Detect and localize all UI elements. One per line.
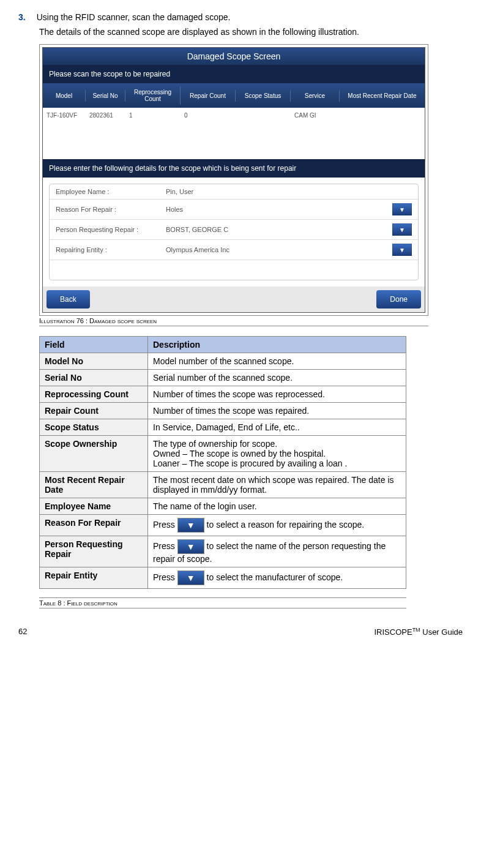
- field-cell: Repair Count: [40, 403, 148, 419]
- th-desc: Description: [148, 337, 406, 353]
- col-service: Service: [291, 90, 340, 102]
- col-reproc: Reprocessing Count: [125, 86, 181, 105]
- th-field: Field: [40, 337, 148, 353]
- field-cell: Employee Name: [40, 498, 148, 515]
- reason-value: Holes: [166, 206, 392, 213]
- desc-cell: The most recent date on which scope was …: [148, 472, 406, 498]
- table-caption: Table 8 : Field description: [39, 597, 406, 608]
- entity-dropdown-icon[interactable]: ▼: [392, 244, 412, 256]
- form-row-reason: Reason For Repair : Holes ▼: [50, 200, 418, 220]
- desc-cell: In Service, Damaged, End of Life, etc..: [148, 419, 406, 436]
- desc-cell: Number of times the scope was reprocesse…: [148, 386, 406, 403]
- cell-serial: 2802361: [86, 110, 125, 121]
- dropdown-icon: ▼: [177, 539, 204, 554]
- step-number: 3.: [18, 12, 26, 22]
- page-number: 62: [18, 627, 27, 637]
- employee-label: Employee Name :: [56, 188, 166, 195]
- field-cell: Reprocessing Count: [40, 386, 148, 403]
- entity-value: Olympus America Inc: [166, 246, 392, 253]
- footer-brand: IRISCOPETM User Guide: [375, 627, 463, 637]
- desc-cell: Press ▼ to select a reason for repairing…: [148, 515, 406, 536]
- cell-recent: [340, 113, 425, 118]
- col-serial: Serial No: [86, 90, 125, 102]
- form-row-person: Person Requesting Repair : BORST, GEORGE…: [50, 220, 418, 240]
- col-recent: Most Recent Repair Date: [340, 90, 425, 102]
- reason-label: Reason For Repair :: [56, 206, 166, 213]
- scope-table-header: Model Serial No Reprocessing Count Repai…: [43, 83, 425, 108]
- col-repair: Repair Count: [181, 90, 236, 102]
- cell-model: TJF-160VF: [43, 110, 86, 121]
- field-cell: Serial No: [40, 370, 148, 386]
- cell-service: CAM GI: [291, 110, 340, 121]
- desc-cell: Press ▼ to select the manufacturer of sc…: [148, 567, 406, 589]
- desc-cell: The type of ownership for scope.Owned – …: [148, 436, 406, 472]
- field-cell: Reason For Repair: [40, 515, 148, 536]
- col-status: Scope Status: [236, 90, 291, 102]
- field-cell: Model No: [40, 353, 148, 370]
- field-cell: Person Requesting Repair: [40, 536, 148, 567]
- dropdown-icon: ▼: [177, 518, 204, 533]
- screenshot-illustration: Damaged Scope Screen Please scan the sco…: [39, 44, 428, 316]
- cell-repair: 0: [181, 110, 236, 121]
- reason-dropdown-icon[interactable]: ▼: [392, 203, 412, 215]
- app-title-bar: Damaged Scope Screen: [43, 48, 425, 65]
- person-dropdown-icon[interactable]: ▼: [392, 223, 412, 236]
- form-prompt: Please enter the following details for t…: [43, 159, 425, 178]
- dropdown-icon: ▼: [177, 571, 204, 585]
- person-label: Person Requesting Repair :: [56, 226, 166, 233]
- step-description: The details of the scanned scope are dis…: [39, 27, 463, 37]
- desc-cell: Number of times the scope was repaired.: [148, 403, 406, 419]
- field-description-table: Field Description Model NoModel number o…: [39, 336, 406, 589]
- cell-reproc: 1: [125, 110, 181, 121]
- back-button[interactable]: Back: [47, 290, 90, 309]
- cell-status: [236, 113, 291, 118]
- field-cell: Most Recent Repair Date: [40, 472, 148, 498]
- field-cell: Scope Ownership: [40, 436, 148, 472]
- scope-data-row: TJF-160VF 2802361 1 0 CAM GI: [43, 108, 425, 122]
- desc-cell: Serial number of the scanned scope.: [148, 370, 406, 386]
- desc-cell: The name of the login user.: [148, 498, 406, 515]
- done-button[interactable]: Done: [376, 290, 421, 309]
- desc-cell: Press ▼ to select the name of the person…: [148, 536, 406, 567]
- field-cell: Scope Status: [40, 419, 148, 436]
- illustration-caption: Illustration 76 : Damaged scope screen: [39, 317, 428, 326]
- person-value: BORST, GEORGE C: [166, 226, 392, 233]
- desc-cell: Model number of the scanned scope.: [148, 353, 406, 370]
- scan-prompt: Please scan the scope to be repaired: [43, 65, 425, 83]
- step-text: Using the RFID scanner, scan the damaged…: [37, 12, 463, 22]
- field-cell: Repair Entity: [40, 567, 148, 589]
- form-row-entity: Repairing Entity : Olympus America Inc ▼: [50, 240, 418, 260]
- form-row-employee: Employee Name : Pin, User: [50, 184, 418, 200]
- entity-label: Repairing Entity :: [56, 246, 166, 253]
- col-model: Model: [43, 90, 86, 102]
- employee-value: Pin, User: [166, 188, 412, 195]
